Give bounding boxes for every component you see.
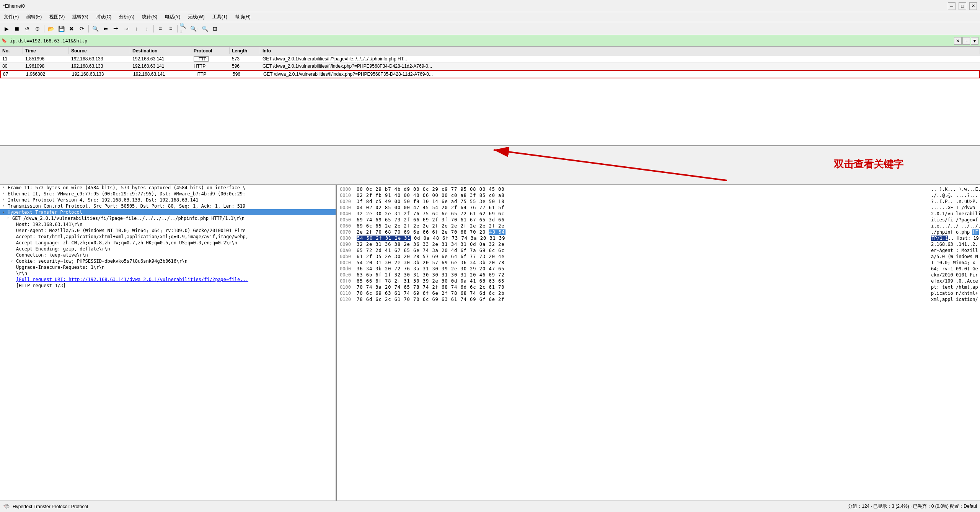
filter-dropdown-btn[interactable]: ▼ bbox=[971, 37, 978, 45]
hex-row-00e0: 00e0 63 6b 6f 2f 32 30 31 30 30 31 30 31… bbox=[338, 272, 978, 278]
menu-phone[interactable]: 电话(Y) bbox=[161, 13, 184, 21]
toolbar-zoom-out-btn[interactable]: 🔍- bbox=[189, 24, 199, 34]
detail-row-host[interactable]: Host: 192.168.63.141\r\n bbox=[0, 221, 336, 228]
expander-get: › bbox=[7, 216, 12, 220]
packet-dest-87: 192.168.63.141 bbox=[131, 71, 192, 78]
detail-row-tcp[interactable]: › Transmission Control Protocol, Src Por… bbox=[0, 203, 336, 209]
detail-row-ethernet[interactable]: › Ethernet II, Src: VMware_c9:77:95 (00:… bbox=[0, 191, 336, 197]
close-button[interactable]: ✕ bbox=[969, 2, 977, 10]
filter-input[interactable]: ip.dst==192.168.63.141&&http bbox=[8, 37, 952, 44]
toolbar-find-btn[interactable]: 🔍 bbox=[90, 24, 100, 34]
detail-content-full-uri: [Full request URI: http://192.168.63.141… bbox=[16, 277, 333, 282]
detail-content-useragent: User-Agent: Mozilla/5.0 (Windows NT 10.0… bbox=[16, 228, 333, 233]
maximize-button[interactable]: □ bbox=[959, 2, 966, 10]
filter-apply-btn[interactable]: → bbox=[962, 37, 970, 45]
hex-row-0040: 0040 32 2e 30 2e 31 2f 76 75 6c 6e 65 72… bbox=[338, 211, 978, 217]
title-bar-controls: ─ □ ✕ bbox=[948, 2, 977, 10]
toolbar-forward-btn[interactable]: ⮕ bbox=[111, 24, 121, 34]
menu-edit[interactable]: 编辑(E) bbox=[23, 13, 46, 21]
toolbar-down-btn[interactable]: ↓ bbox=[142, 24, 152, 34]
toolbar-zoom-in-btn[interactable]: 🔍+ bbox=[179, 24, 189, 34]
detail-row-useragent[interactable]: User-Agent: Mozilla/5.0 (Windows NT 10.0… bbox=[0, 228, 336, 234]
packet-source-11: 192.168.63.133 bbox=[69, 55, 130, 62]
detail-content-ethernet: Ethernet II, Src: VMware_c9:77:95 (00:0c… bbox=[8, 191, 333, 197]
menu-help[interactable]: 帮助(H) bbox=[231, 13, 254, 21]
toolbar-resize-btn[interactable]: ⊞ bbox=[210, 24, 220, 34]
menu-tools[interactable]: 工具(T) bbox=[209, 13, 231, 21]
expander-ethernet: › bbox=[2, 191, 8, 195]
menu-wireless[interactable]: 无线(W) bbox=[184, 13, 208, 21]
menu-capture[interactable]: 捕获(C) bbox=[92, 13, 116, 21]
hex-row-0070: 0070 2e 2f 70 68 70 69 6e 66 6f 2e 70 68… bbox=[338, 229, 978, 235]
toolbar-stop-btn[interactable]: ⏹ bbox=[12, 24, 22, 34]
detail-content-http-req: [HTTP request 1/3] bbox=[16, 283, 333, 288]
toolbar-open-btn[interactable]: 📂 bbox=[46, 24, 56, 34]
toolbar-goto-btn[interactable]: ⇥ bbox=[121, 24, 131, 34]
annotation-area: 双击查看关键字 bbox=[0, 146, 980, 184]
menu-view[interactable]: 视图(V) bbox=[46, 13, 68, 21]
packet-list-header: No. Time Source Destination Protocol Len… bbox=[0, 47, 980, 55]
window-title: *Ethernet0 bbox=[3, 3, 25, 9]
detail-row-connection[interactable]: Connection: keep-alive\r\n bbox=[0, 252, 336, 258]
toolbar-restart-btn[interactable]: ↺ bbox=[22, 24, 32, 34]
toolbar-color2-btn[interactable]: ≡ bbox=[166, 24, 176, 34]
col-header-protocol: Protocol bbox=[191, 47, 230, 54]
detail-row-upgrade[interactable]: Upgrade-Insecure-Requests: 1\r\n bbox=[0, 264, 336, 270]
hex-row-00f0: 00f0 65 66 6f 78 2f 31 30 39 2e 30 0d 0a… bbox=[338, 278, 978, 284]
detail-row-http[interactable]: ∨ Hypertext Transfer Protocol bbox=[0, 209, 336, 215]
detail-row-frame[interactable]: › Frame 11: 573 bytes on wire (4584 bits… bbox=[0, 185, 336, 191]
hex-row-0080: 0080 54 50 2f 31 2e 31 0d 0a 48 6f 73 74… bbox=[338, 235, 978, 241]
bottom-panels: › Frame 11: 573 bytes on wire (4584 bits… bbox=[0, 184, 980, 512]
detail-content-upgrade: Upgrade-Insecure-Requests: 1\r\n bbox=[16, 265, 333, 270]
menu-statistics[interactable]: 统计(S) bbox=[138, 13, 161, 21]
detail-row-ip[interactable]: › Internet Protocol Version 4, Src: 192.… bbox=[0, 197, 336, 203]
hex-row-0100: 0100 70 74 3a 20 74 65 78 74 2f 68 74 6d… bbox=[338, 284, 978, 290]
hex-row-0030: 0030 04 02 02 85 00 00 47 45 54 20 2f 64… bbox=[338, 205, 978, 211]
detail-content-http: Hypertext Transfer Protocol bbox=[8, 210, 333, 215]
packet-no-11: 11 bbox=[0, 55, 23, 62]
toolbar-reload-btn[interactable]: ⟳ bbox=[77, 24, 87, 34]
minimize-button[interactable]: ─ bbox=[948, 2, 956, 10]
detail-content-frame: Frame 11: 573 bytes on wire (4584 bits),… bbox=[8, 185, 333, 190]
toolbar: ▶ ⏹ ↺ ⊙ 📂 💾 ✖ ⟳ 🔍 ⬅ ⮕ ⇥ ↑ ↓ ≡ ≡ 🔍+ 🔍- 🔍 … bbox=[0, 22, 980, 35]
toolbar-zoom-reset-btn[interactable]: 🔍 bbox=[200, 24, 210, 34]
detail-row-cookie[interactable]: › Cookie: security=low; PHPSESSID=dbekvk… bbox=[0, 258, 336, 264]
hex-row-00c0: 00c0 54 20 31 30 2e 30 3b 20 57 69 6e 36… bbox=[338, 260, 978, 266]
detail-content-connection: Connection: keep-alive\r\n bbox=[16, 252, 333, 258]
toolbar-start-btn[interactable]: ▶ bbox=[2, 24, 11, 34]
packet-source-80: 192.168.63.133 bbox=[69, 63, 130, 70]
menu-analyze[interactable]: 分析(A) bbox=[115, 13, 138, 21]
packet-row-11[interactable]: 11 1.851996 192.168.63.133 192.168.63.14… bbox=[0, 55, 980, 63]
toolbar-color-btn[interactable]: ≡ bbox=[155, 24, 165, 34]
detail-row-crlf[interactable]: \r\n bbox=[0, 270, 336, 276]
toolbar-up-btn[interactable]: ↑ bbox=[132, 24, 142, 34]
toolbar-back-btn[interactable]: ⬅ bbox=[101, 24, 111, 34]
hex-panel: 0000 00 0c 29 b7 4b d9 00 0c 29 c9 77 95… bbox=[337, 185, 980, 512]
packet-length-11: 573 bbox=[230, 55, 260, 62]
hex-row-0060: 0060 69 6c 65 2e 2e 2f 2e 2e 2f 2e 2e 2f… bbox=[338, 223, 978, 229]
menu-goto[interactable]: 跳转(G) bbox=[68, 13, 92, 21]
packet-row-87[interactable]: 87 1.966802 192.168.63.133 192.168.63.14… bbox=[0, 70, 980, 78]
packet-row-80[interactable]: 80 1.961098 192.168.63.133 192.168.63.14… bbox=[0, 63, 980, 70]
filter-clear-btn[interactable]: ✕ bbox=[954, 37, 962, 45]
detail-content-get: GET /dvwa_2.0.1/vulnerabilities/fi/?page… bbox=[12, 216, 333, 221]
expander-frame: › bbox=[2, 185, 8, 189]
expander-tcp: › bbox=[2, 203, 8, 208]
toolbar-save-btn[interactable]: 💾 bbox=[56, 24, 66, 34]
detail-row-accept-enc[interactable]: Accept-Encoding: gzip, deflate\r\n bbox=[0, 246, 336, 252]
ascii-highlight-ht: HT bbox=[972, 229, 978, 235]
hex-row-0050: 0050 69 74 69 65 73 2f 66 69 2f 3f 70 61… bbox=[338, 217, 978, 223]
detail-row-full-uri[interactable]: [Full request URI: http://192.168.63.141… bbox=[0, 276, 336, 283]
packet-no-80: 80 bbox=[0, 63, 23, 70]
menu-file[interactable]: 文件(F) bbox=[0, 13, 23, 21]
detail-content-crlf: \r\n bbox=[16, 271, 333, 276]
toolbar-target-btn[interactable]: ⊙ bbox=[33, 24, 42, 34]
detail-row-accept-lang[interactable]: Accept-Language: zh-CN,zh;q=0.8,zh-TW;q=… bbox=[0, 240, 336, 246]
detail-row-get[interactable]: › GET /dvwa_2.0.1/vulnerabilities/fi/?pa… bbox=[0, 215, 336, 221]
detail-content-accept-enc: Accept-Encoding: gzip, deflate\r\n bbox=[16, 246, 333, 252]
detail-row-accept[interactable]: Accept: text/html,application/xhtml+xml,… bbox=[0, 234, 336, 240]
toolbar-close-btn[interactable]: ✖ bbox=[67, 24, 77, 34]
detail-content-accept: Accept: text/html,application/xhtml+xml,… bbox=[16, 234, 333, 239]
hex-row-00b0: 00b0 61 2f 35 2e 30 20 28 57 69 6e 64 6f… bbox=[338, 254, 978, 260]
detail-row-http-req[interactable]: [HTTP request 1/3] bbox=[0, 283, 336, 289]
